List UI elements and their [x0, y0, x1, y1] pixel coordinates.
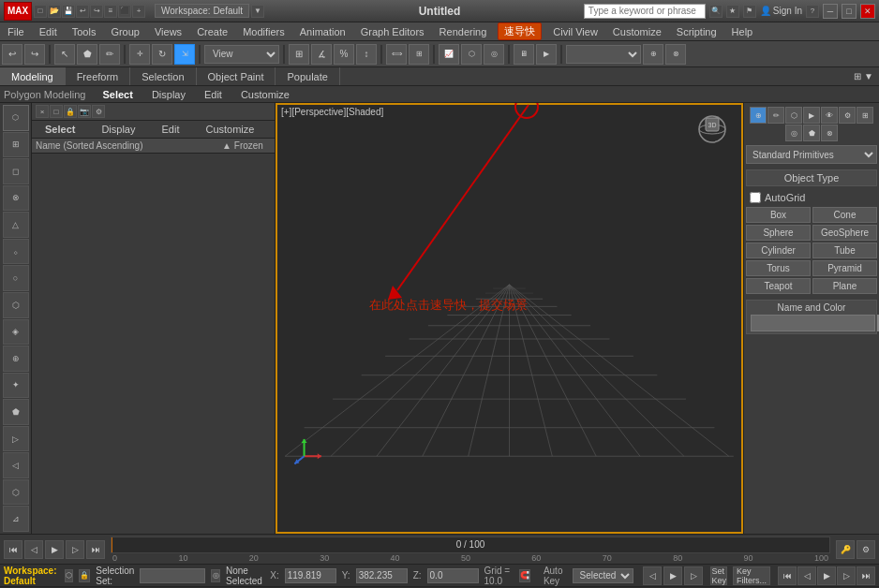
menu-customize[interactable]: Customize	[609, 26, 665, 37]
scene-select[interactable]: Select	[36, 123, 84, 136]
undo-tool[interactable]: ↩	[2, 44, 22, 65]
menu-scripting[interactable]: Scripting	[673, 26, 721, 37]
angle-snap[interactable]: ∡	[311, 44, 332, 65]
new-btn[interactable]: □	[34, 5, 47, 18]
tb-btn7[interactable]: +	[132, 5, 145, 18]
play-btn[interactable]: ▶	[663, 566, 682, 585]
help-icon[interactable]: ?	[806, 5, 819, 18]
prev-key-btn[interactable]: ◁	[643, 566, 662, 585]
lp-btn-8[interactable]: ⬡	[3, 292, 29, 318]
render-dropdown[interactable]	[566, 45, 641, 64]
tl-next-frame[interactable]: ▷	[66, 540, 84, 559]
percent-snap[interactable]: %	[334, 44, 354, 65]
menu-quick-nav[interactable]: 速导快	[498, 22, 542, 40]
material-editor[interactable]: ◎	[484, 44, 504, 65]
menu-file[interactable]: File	[4, 26, 28, 37]
render-setup[interactable]: 🖥	[514, 44, 534, 65]
select-tool[interactable]: ↖	[54, 44, 75, 65]
rotate-tool[interactable]: ↻	[152, 44, 172, 65]
tb-btn5[interactable]: ≡	[104, 5, 117, 18]
rp-icon-create[interactable]: ⊕	[750, 107, 767, 124]
set-key-btn[interactable]: Set Key	[710, 566, 727, 585]
tl-prev-frame[interactable]: ◁	[24, 540, 43, 559]
sign-in-btn[interactable]: 👤 Sign In	[760, 6, 802, 16]
tab-modeling[interactable]: Modeling	[0, 67, 66, 85]
rp-icon-motion[interactable]: ▶	[803, 107, 820, 124]
subtab-customize[interactable]: Customize	[231, 88, 299, 101]
y-coord[interactable]	[356, 568, 408, 583]
snap-toggle[interactable]: ⊞	[289, 44, 309, 65]
star-icon[interactable]: ★	[726, 5, 739, 18]
flag-icon[interactable]: ⚑	[743, 5, 756, 18]
scene-customize[interactable]: Customize	[196, 123, 263, 136]
lp-btn-13[interactable]: ▷	[3, 426, 29, 452]
rp-icon-extra4[interactable]: ⊗	[821, 125, 838, 141]
btn-tube[interactable]: Tube	[812, 243, 877, 258]
tab-populate[interactable]: Populate	[276, 67, 339, 85]
scene-filter-btn[interactable]: ×	[36, 105, 49, 118]
subtab-display[interactable]: Display	[142, 88, 195, 101]
menu-civil-view[interactable]: Civil View	[549, 26, 601, 37]
x-coord[interactable]	[285, 568, 336, 583]
scene-camera-btn[interactable]: 📷	[78, 105, 91, 118]
transform-dropdown[interactable]: View	[204, 45, 279, 64]
lp-btn-3[interactable]: ◻	[3, 158, 29, 184]
btn-cone[interactable]: Cone	[812, 207, 877, 223]
menu-group[interactable]: Group	[107, 26, 143, 37]
close-btn[interactable]: ✕	[860, 4, 875, 19]
btn-geosphere[interactable]: GeoSphere	[812, 225, 877, 241]
curve-editor[interactable]: 📈	[439, 44, 459, 65]
menu-help[interactable]: Help	[728, 26, 757, 37]
btn-pyramid[interactable]: Pyramid	[812, 260, 877, 276]
lp-btn-7[interactable]: ○	[3, 265, 29, 291]
menu-edit[interactable]: Edit	[36, 26, 61, 37]
pb-3[interactable]: ▶	[817, 566, 836, 585]
selection-set-input[interactable]	[140, 568, 205, 583]
lp-btn-12[interactable]: ⬟	[3, 399, 29, 425]
maximize-btn[interactable]: □	[842, 4, 857, 19]
redo-tool[interactable]: ↪	[24, 44, 45, 65]
rp-icon-extra3[interactable]: ⬟	[803, 125, 820, 141]
lp-btn-5[interactable]: △	[3, 212, 29, 238]
scene-settings-btn[interactable]: ⚙	[92, 105, 105, 118]
viewport-gizmo[interactable]: 3D	[689, 110, 736, 157]
rp-icon-extra2[interactable]: ◎	[785, 125, 802, 141]
scale-tool[interactable]: ⇲	[174, 44, 195, 65]
lp-btn-4[interactable]: ⊗	[3, 185, 29, 212]
render-frame[interactable]: ▶	[536, 44, 557, 65]
btn-torus[interactable]: Torus	[746, 260, 811, 276]
mirror-tool[interactable]: ⟺	[386, 44, 407, 65]
menu-views[interactable]: Views	[151, 26, 186, 37]
btn-plane[interactable]: Plane	[812, 278, 877, 294]
btn-teapot[interactable]: Teapot	[746, 278, 811, 294]
subtab-edit[interactable]: Edit	[195, 88, 231, 101]
tb-btn6[interactable]: ⬛	[118, 5, 131, 18]
subtab-select[interactable]: Select	[93, 88, 142, 101]
tl-play[interactable]: ▶	[45, 540, 64, 559]
paint-tool[interactable]: ✏	[99, 44, 120, 65]
scene-edit[interactable]: Edit	[153, 123, 189, 136]
schematic-view[interactable]: ⬡	[461, 44, 482, 65]
name-input[interactable]	[751, 315, 875, 331]
pb-1[interactable]: ⏮	[778, 566, 797, 585]
scene-display-btn[interactable]: □	[50, 105, 63, 118]
rp-icon-extra1[interactable]: ⊞	[857, 107, 873, 124]
timeline-track[interactable]: 0 / 100	[111, 537, 830, 553]
save-btn[interactable]: 💾	[62, 5, 75, 18]
open-btn[interactable]: 📂	[48, 5, 61, 18]
pb-4[interactable]: ▷	[837, 566, 856, 585]
rp-icon-hierarchy[interactable]: ⬡	[785, 107, 802, 124]
ws-icon2[interactable]: 🔒	[79, 569, 90, 582]
tab-freeform[interactable]: Freeform	[66, 67, 131, 85]
scene-lock-btn[interactable]: 🔒	[64, 105, 77, 118]
lp-btn-10[interactable]: ⊕	[3, 345, 29, 372]
tl-go-start[interactable]: ⏮	[4, 540, 22, 559]
primitives-dropdown[interactable]: Standard Primitives	[746, 145, 877, 164]
redo-btn[interactable]: ↪	[90, 5, 103, 18]
auto-key-dropdown[interactable]: Selected	[573, 568, 633, 583]
menu-animation[interactable]: Animation	[296, 26, 350, 37]
menu-tools[interactable]: Tools	[68, 26, 100, 37]
tab-selection[interactable]: Selection	[130, 67, 196, 85]
undo-btn[interactable]: ↩	[76, 5, 89, 18]
lp-btn-9[interactable]: ◈	[3, 319, 29, 345]
